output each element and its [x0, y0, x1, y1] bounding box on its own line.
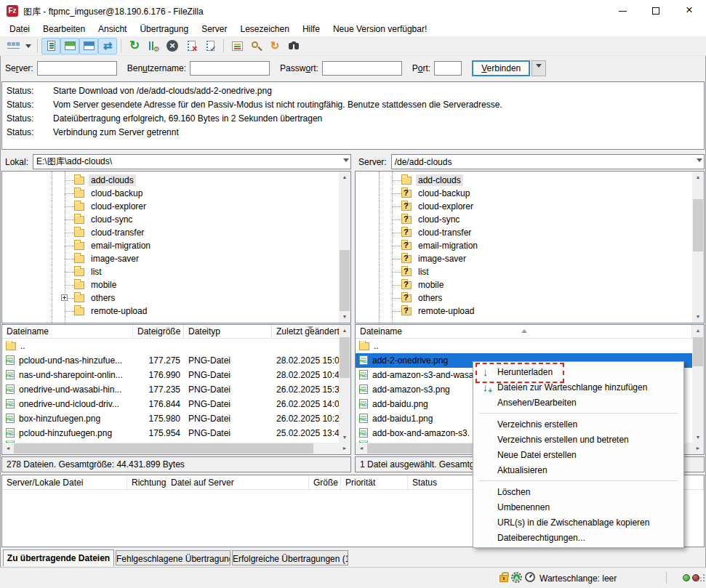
scroll-up-icon[interactable]: ▲ [339, 172, 350, 183]
tree-item[interactable]: mobile [2, 278, 339, 291]
context-menu-item[interactable]: Ansehen/Bearbeiten [473, 395, 683, 410]
context-menu-item[interactable]: Aktualisieren [473, 462, 683, 478]
tree-item[interactable]: list [356, 265, 692, 278]
scroll-down-icon[interactable]: ▼ [339, 311, 350, 323]
disconnect-button[interactable] [182, 38, 201, 55]
tree-item[interactable]: remote-upload [2, 305, 339, 318]
file-row[interactable]: box-hinzufuegen.png 175.980 PNG-Datei 26… [2, 411, 339, 426]
resize-grip[interactable] [697, 580, 699, 581]
file-row[interactable]: .. [356, 339, 692, 353]
scroll-right-icon[interactable]: ► [692, 443, 704, 454]
context-menu-item[interactable] [473, 478, 683, 484]
cancel-operation-button[interactable] [163, 38, 182, 55]
scrollbar-vertical[interactable]: ▲ ▼ [339, 172, 350, 323]
tree-item[interactable]: cloud-sync [356, 213, 692, 226]
toggle-message-log-button[interactable] [41, 38, 60, 55]
lock-icon[interactable] [500, 575, 508, 582]
reconnect-button[interactable] [201, 38, 220, 55]
context-menu-item[interactable]: Dateiberechtigungen... [473, 530, 683, 545]
chevron-down-icon[interactable] [697, 158, 702, 165]
tree-item[interactable]: mobile [356, 278, 692, 291]
context-menu-item[interactable]: Löschen [473, 484, 683, 499]
context-menu-item[interactable]: Dateien zur Warteschlange hinzufügen [473, 379, 683, 395]
tree-item[interactable]: cloud-backup [356, 187, 692, 200]
tree-item[interactable]: add-clouds [356, 174, 692, 187]
close-button[interactable] [673, 0, 706, 22]
tree-item[interactable]: email-migration [356, 239, 692, 252]
process-queue-button[interactable] [144, 38, 163, 55]
server-input[interactable] [37, 61, 117, 76]
toggle-local-tree-button[interactable] [60, 38, 79, 55]
column-header-remote-file[interactable]: Datei auf Server [167, 475, 309, 489]
scrollbar-vertical[interactable]: ▲ ▼ [339, 325, 350, 443]
tree-item[interactable]: email-migration [2, 239, 339, 252]
context-menu-item[interactable] [473, 410, 683, 416]
context-menu-item[interactable]: Verzeichnis erstellen [473, 416, 683, 432]
remote-path-combobox[interactable]: /de/add-clouds [391, 154, 705, 169]
menu-bar-item[interactable]: Hilfe [296, 22, 326, 36]
menu-bar-item[interactable]: Neue Version verfügbar! [326, 22, 433, 36]
autotransfer-gear-icon[interactable] [511, 572, 522, 583]
tree-item[interactable]: image-saver [2, 252, 339, 265]
minimize-button[interactable] [606, 0, 639, 22]
port-input[interactable] [434, 61, 462, 76]
scrollbar-thumb[interactable] [340, 337, 350, 378]
column-header-direction[interactable]: Richtung [127, 475, 167, 489]
toggle-remote-tree-button[interactable] [79, 38, 98, 55]
scroll-down-icon[interactable]: ▼ [692, 432, 704, 443]
scrollbar-thumb[interactable] [693, 337, 703, 366]
file-row[interactable]: onedrive-und-icloud-driv... 176.844 PNG-… [2, 397, 339, 411]
file-row[interactable]: .. [2, 339, 339, 353]
directory-filters-button[interactable] [228, 38, 246, 55]
queue-tab[interactable]: Erfolgreiche Übertragungen (1) [232, 550, 348, 565]
column-header-type[interactable]: Dateityp [184, 325, 272, 338]
tree-item[interactable]: cloud-sync [2, 213, 339, 226]
tree-item[interactable]: cloud-explorer [356, 200, 692, 213]
column-header-priority[interactable]: Priorität [341, 475, 408, 489]
local-path-combobox[interactable]: E:\图库\add-clouds\ [33, 154, 351, 169]
tree-item[interactable]: remote-upload [356, 305, 692, 318]
column-header-name[interactable]: Dateiname [2, 325, 133, 338]
column-header-server-local-file[interactable]: Server/Lokale Datei [2, 475, 127, 489]
context-menu-item[interactable]: Verzeichnis erstellen und betreten [473, 432, 683, 447]
scrollbar-horizontal[interactable]: ◄ ► [2, 443, 350, 454]
site-manager-dropdown-button[interactable] [23, 38, 33, 55]
username-input[interactable] [190, 61, 270, 76]
maximize-button[interactable] [639, 0, 673, 22]
tree-item[interactable]: others [2, 291, 339, 305]
queue-tab[interactable]: Fehlgeschlagene Übertragungen [116, 550, 230, 565]
tree-item[interactable]: cloud-explorer [2, 200, 339, 213]
file-search-button[interactable] [246, 38, 265, 55]
refresh-button[interactable] [125, 38, 144, 55]
scrollbar-vertical[interactable]: ▲ ▼ [692, 172, 704, 323]
directory-comparison-button[interactable] [284, 38, 303, 55]
context-menu-item[interactable]: Herunterladen [473, 364, 683, 379]
context-menu-item[interactable]: Neue Datei erstellen [473, 447, 683, 462]
chevron-down-icon[interactable] [343, 158, 349, 165]
scrollbar-thumb[interactable] [14, 443, 313, 454]
speed-limit-icon[interactable] [525, 572, 535, 582]
tree-item[interactable]: list [2, 265, 339, 278]
menu-bar-item[interactable]: Bearbeiten [36, 22, 92, 36]
context-menu-item[interactable]: Umbenennen [473, 499, 683, 515]
scroll-down-icon[interactable]: ▼ [692, 311, 704, 323]
tree-item[interactable]: cloud-transfer [2, 226, 339, 239]
scrollbar-vertical[interactable]: ▲ ▼ [692, 325, 704, 443]
tree-item[interactable]: others [356, 291, 692, 305]
tree-item[interactable]: image-saver [356, 252, 692, 265]
queue-tab[interactable]: Zu übertragende Dateien [3, 549, 114, 566]
scrollbar-thumb[interactable] [693, 199, 703, 251]
column-header-size[interactable]: Größe [309, 475, 341, 489]
column-header-size[interactable]: Dateigröße [133, 325, 184, 338]
file-row[interactable]: nas-und-sharepoint-onlin... 176.990 PNG-… [2, 368, 339, 382]
menu-bar-item[interactable]: Übertragung [133, 22, 195, 36]
file-row[interactable]: pcloud-und-nas-hinzufue... 177.275 PNG-D… [2, 353, 339, 368]
menu-bar-item[interactable]: Server [195, 22, 233, 36]
tree-item[interactable]: cloud-transfer [356, 226, 692, 239]
scroll-left-icon[interactable]: ◄ [2, 443, 14, 454]
file-row[interactable]: onedrive-und-wasabi-hin... 177.235 PNG-D… [2, 382, 339, 397]
scroll-up-icon[interactable]: ▲ [692, 325, 704, 337]
menu-bar-item[interactable]: Lesezeichen [233, 22, 295, 36]
toggle-queue-button[interactable] [98, 38, 117, 55]
tree-item[interactable]: add-clouds [2, 174, 339, 187]
